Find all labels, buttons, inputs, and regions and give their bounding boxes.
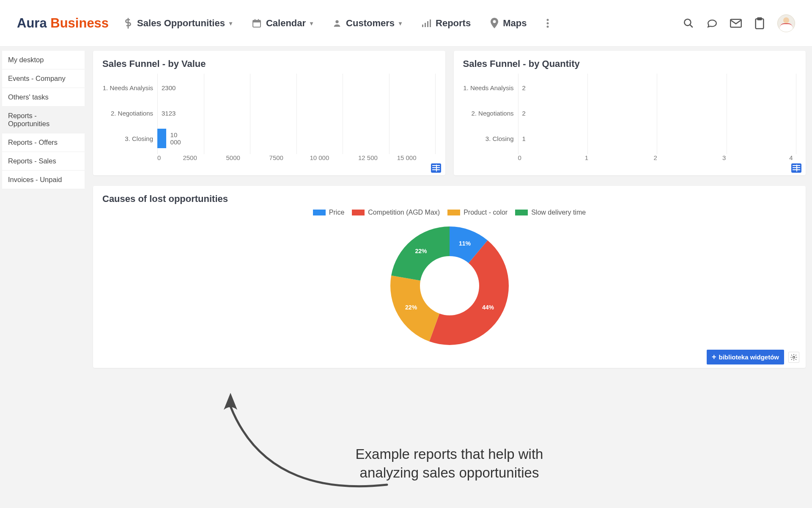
svg-point-10 xyxy=(547,19,549,21)
bar-value-label: 1 xyxy=(522,135,526,142)
sidebar-item-label: Reports - Offers xyxy=(8,138,58,146)
x-axis-tick: 3 xyxy=(722,154,726,167)
legend-swatch xyxy=(447,210,460,215)
main-panel: Sales Funnel - by Value 1. Needs Analysi… xyxy=(87,47,812,508)
clipboard-icon[interactable] xyxy=(754,17,765,29)
mail-icon[interactable] xyxy=(730,17,742,29)
topbar-actions xyxy=(683,14,795,32)
legend-label: Price xyxy=(329,209,344,216)
card-funnel-qty: Sales Funnel - by Quantity 1. Needs Anal… xyxy=(454,51,806,175)
svg-rect-6 xyxy=(425,23,426,27)
bar-row: 3. Closing1 xyxy=(518,129,526,148)
sidebar-item-others-tasks[interactable]: Others' tasks xyxy=(2,88,85,107)
bar-category-label: 1. Needs Analysis xyxy=(463,84,518,91)
table-view-icon[interactable] xyxy=(431,163,441,173)
settings-button[interactable] xyxy=(788,352,799,363)
donut-slice-label: 22% xyxy=(405,304,417,311)
legend-item: Competition (AGD Max) xyxy=(352,209,440,216)
nav-label: Sales Opportunities xyxy=(137,18,225,29)
chevron-down-icon: ▾ xyxy=(229,20,232,27)
sidebar-item-events-company[interactable]: Events - Company xyxy=(2,69,85,88)
sidebar-item-reports-sales[interactable]: Reports - Sales xyxy=(2,152,85,171)
logo-part2: Business xyxy=(50,16,109,30)
nav-customers[interactable]: Customers ▾ xyxy=(332,18,402,29)
x-axis-tick: 1 xyxy=(585,154,588,167)
svg-rect-5 xyxy=(422,25,423,27)
bar-chart-icon xyxy=(421,19,431,28)
person-icon xyxy=(332,18,342,28)
bar-category-label: 1. Needs Analysis xyxy=(102,84,157,91)
top-bar: Aura Business Sales Opportunities ▾ Cale… xyxy=(0,0,812,47)
x-axis-tick: 5000 xyxy=(226,154,240,167)
svg-point-4 xyxy=(335,20,338,23)
svg-point-11 xyxy=(547,22,549,24)
content-area: My desktop Events - Company Others' task… xyxy=(0,47,812,508)
nav-sales-opportunities[interactable]: Sales Opportunities ▾ xyxy=(123,17,232,29)
legend-item: Product - color xyxy=(447,209,508,216)
dollar-icon xyxy=(123,17,133,29)
x-axis-tick: 2500 xyxy=(183,154,197,167)
x-axis-tick: 0 xyxy=(157,154,161,167)
legend-swatch xyxy=(352,210,365,215)
main-nav: Sales Opportunities ▾ Calendar ▾ Custome… xyxy=(123,17,683,29)
card-title: Causes of lost opportunities xyxy=(102,193,796,204)
widget-button-label: biblioteka widgetów xyxy=(719,353,779,361)
sidebar: My desktop Events - Company Others' task… xyxy=(0,47,87,508)
sidebar-item-reports-opportunities[interactable]: Reports - Opportunities xyxy=(2,107,85,133)
chart-funnel-qty: 1. Needs Analysis22. Negotiations23. Clo… xyxy=(463,74,797,171)
x-axis-tick: 12 500 xyxy=(358,154,378,167)
nav-calendar[interactable]: Calendar ▾ xyxy=(252,18,313,29)
chart-funnel-value: 1. Needs Analysis23002. Negotiations3123… xyxy=(102,74,436,171)
logo: Aura Business xyxy=(17,16,109,31)
legend-label: Product - color xyxy=(464,209,508,216)
avatar[interactable] xyxy=(777,14,795,32)
bar-row: 1. Needs Analysis2300 xyxy=(157,78,176,97)
sidebar-item-my-desktop[interactable]: My desktop xyxy=(2,51,85,69)
search-icon[interactable] xyxy=(683,17,694,29)
calendar-icon xyxy=(252,18,262,28)
x-axis-tick: 15 000 xyxy=(397,154,417,167)
bar-row: 3. Closing10 000 xyxy=(157,129,181,148)
svg-point-12 xyxy=(547,25,549,28)
annotation-arrow xyxy=(209,381,395,491)
chat-icon[interactable] xyxy=(706,17,718,29)
sidebar-item-label: Invoices - Unpaid xyxy=(8,176,62,183)
x-axis-tick: 10 000 xyxy=(310,154,329,167)
nav-reports[interactable]: Reports xyxy=(421,18,471,29)
svg-point-9 xyxy=(493,20,496,23)
sidebar-item-reports-offers[interactable]: Reports - Offers xyxy=(2,133,85,152)
table-view-icon[interactable] xyxy=(791,163,801,173)
bar-category-label: 2. Negotiations xyxy=(102,110,157,117)
svg-point-18 xyxy=(793,356,795,358)
svg-rect-1 xyxy=(253,20,261,22)
bar-row: 2. Negotiations2 xyxy=(518,103,526,123)
bar-category-label: 2. Negotiations xyxy=(463,110,518,117)
bar-row: 1. Needs Analysis2 xyxy=(518,78,526,97)
bar-category-label: 3. Closing xyxy=(463,135,518,142)
legend-item: Slow delivery time xyxy=(515,209,586,216)
donut-slice-label: 44% xyxy=(482,304,494,311)
plus-icon: + xyxy=(712,353,716,362)
card-title: Sales Funnel - by Value xyxy=(102,58,436,69)
sidebar-item-label: Reports - Opportunities xyxy=(8,112,49,127)
nav-more[interactable] xyxy=(546,18,549,28)
bar-row: 2. Negotiations3123 xyxy=(157,103,176,123)
bar-value-label: 2 xyxy=(522,84,526,91)
card-lost-causes: Causes of lost opportunities PriceCompet… xyxy=(93,186,806,368)
donut-slice-label: 11% xyxy=(458,240,471,247)
legend-label: Competition (AGD Max) xyxy=(368,209,440,216)
annotation-text: Example reports that help withanalyzing … xyxy=(356,445,543,483)
widget-library-button[interactable]: + biblioteka widgetów xyxy=(707,350,784,364)
nav-maps[interactable]: Maps xyxy=(490,18,527,29)
chart-lost-causes: 11%44%22%22% xyxy=(102,222,796,349)
legend-label: Slow delivery time xyxy=(531,209,586,216)
bar-value-label: 10 000 xyxy=(170,131,181,146)
x-axis-tick: 2 xyxy=(653,154,657,167)
bar-fill xyxy=(157,129,166,148)
sidebar-item-label: Reports - Sales xyxy=(8,157,56,165)
sidebar-item-invoices-unpaid[interactable]: Invoices - Unpaid xyxy=(2,171,85,189)
svg-rect-8 xyxy=(430,19,431,27)
nav-label: Reports xyxy=(436,18,471,29)
sidebar-item-label: Others' tasks xyxy=(8,93,49,101)
x-axis-tick: 0 xyxy=(518,154,521,167)
